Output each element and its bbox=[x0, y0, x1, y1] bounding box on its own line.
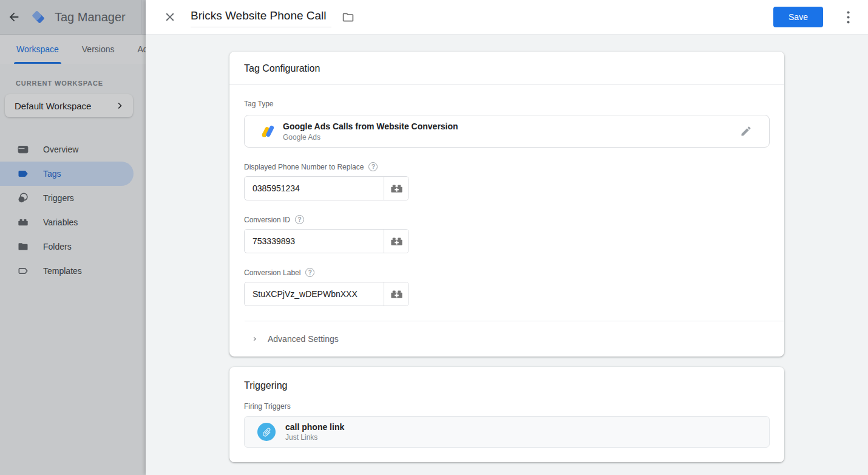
sidebar-item-label: Templates bbox=[43, 266, 82, 276]
save-button[interactable]: Save bbox=[773, 7, 823, 27]
link-trigger-icon bbox=[257, 423, 276, 441]
tag-type-vendor: Google Ads bbox=[283, 133, 740, 142]
tag-name-field-wrap bbox=[191, 7, 331, 27]
variable-picker-button[interactable] bbox=[384, 282, 409, 306]
field-label-row: Conversion ID ? bbox=[244, 215, 409, 224]
trigger-text: call phone link Just Links bbox=[285, 422, 344, 442]
field-conversion-id: Conversion ID ? bbox=[244, 215, 409, 253]
trigger-name: call phone link bbox=[285, 422, 344, 432]
template-icon bbox=[17, 265, 29, 277]
folder-icon bbox=[17, 241, 29, 253]
conversion-id-input[interactable] bbox=[245, 230, 384, 253]
triggering-card: Triggering Firing Triggers call phone li… bbox=[229, 367, 784, 462]
tag-type-text: Google Ads Calls from Website Conversion… bbox=[283, 121, 740, 142]
google-ads-logo-icon bbox=[260, 123, 276, 139]
back-button[interactable] bbox=[2, 5, 25, 29]
tag-configuration-heading: Tag Configuration bbox=[229, 52, 784, 85]
chevron-right-icon bbox=[115, 100, 126, 111]
displayed-phone-number-input[interactable] bbox=[245, 177, 384, 200]
firing-triggers-label: Firing Triggers bbox=[244, 402, 770, 411]
sidebar-item-label: Variables bbox=[43, 217, 78, 227]
sidebar-item-overview[interactable]: Overview bbox=[0, 137, 146, 162]
sidebar-item-variables[interactable]: Variables bbox=[0, 210, 146, 234]
tag-type-selector[interactable]: Google Ads Calls from Website Conversion… bbox=[244, 115, 770, 148]
field-label: Conversion Label bbox=[244, 268, 300, 277]
tag-configuration-body: Tag Type Google Ads Calls from Website C… bbox=[229, 85, 784, 306]
chevron-right-icon bbox=[251, 335, 259, 343]
tag-type-label: Tag Type bbox=[244, 100, 770, 108]
advanced-settings-label: Advanced Settings bbox=[268, 334, 339, 344]
editor-body: Tag Configuration Tag Type Google Ads Ca… bbox=[146, 35, 868, 462]
field-label-row: Displayed Phone Number to Replace ? bbox=[244, 162, 409, 171]
sidebar: CURRENT WORKSPACE Default Workspace Over… bbox=[0, 64, 146, 283]
variable-picker-button[interactable] bbox=[384, 230, 409, 253]
tag-configuration-card: Tag Configuration Tag Type Google Ads Ca… bbox=[229, 52, 784, 357]
close-icon bbox=[163, 10, 177, 24]
help-icon[interactable]: ? bbox=[368, 162, 378, 171]
tag-name-input[interactable] bbox=[191, 7, 331, 27]
sidebar-nav: Overview Tags Triggers Variables bbox=[0, 137, 146, 283]
folder-outline-icon bbox=[342, 11, 354, 24]
triggering-body: Firing Triggers call phone link Just Lin… bbox=[229, 394, 784, 462]
field-label-row: Conversion Label ? bbox=[244, 268, 409, 277]
sidebar-item-label: Triggers bbox=[43, 193, 74, 203]
tag-editor-panel: Save Tag Configuration Tag Type bbox=[146, 0, 868, 475]
advanced-settings-toggle[interactable]: Advanced Settings bbox=[229, 321, 784, 357]
close-button[interactable] bbox=[161, 9, 178, 26]
tag-manager-logo-icon bbox=[29, 8, 47, 26]
app-chrome: Tag Manager Workspace Versions Admin CUR… bbox=[0, 0, 146, 475]
sidebar-item-label: Tags bbox=[43, 169, 61, 179]
more-options-button[interactable] bbox=[840, 8, 856, 26]
input-row bbox=[244, 176, 409, 200]
tab-versions[interactable]: Versions bbox=[82, 35, 115, 64]
workspace-selector[interactable]: Default Workspace bbox=[5, 94, 133, 117]
triggers-icon bbox=[17, 192, 29, 204]
tab-workspace[interactable]: Workspace bbox=[16, 35, 59, 64]
trigger-type: Just Links bbox=[285, 433, 344, 442]
sidebar-item-folders[interactable]: Folders bbox=[0, 234, 146, 259]
edit-pencil-icon[interactable] bbox=[740, 125, 752, 137]
tab-admin[interactable]: Admin bbox=[137, 35, 146, 64]
help-icon[interactable]: ? bbox=[305, 268, 314, 277]
field-label: Conversion ID bbox=[244, 216, 290, 224]
sidebar-item-tags[interactable]: Tags bbox=[0, 162, 134, 186]
field-label: Displayed Phone Number to Replace bbox=[244, 163, 364, 171]
tag-type-name: Google Ads Calls from Website Conversion bbox=[283, 121, 740, 131]
sidebar-item-label: Overview bbox=[43, 145, 78, 154]
folder-assign-button[interactable] bbox=[339, 8, 357, 26]
current-workspace-label: CURRENT WORKSPACE bbox=[16, 80, 146, 87]
workspace-tabbar: Workspace Versions Admin bbox=[0, 35, 146, 64]
arrow-back-icon bbox=[7, 10, 21, 24]
brick-plus-icon bbox=[390, 182, 404, 196]
triggering-heading: Triggering bbox=[229, 367, 784, 394]
input-row bbox=[244, 282, 409, 306]
workspace-name: Default Workspace bbox=[15, 101, 91, 111]
sidebar-item-triggers[interactable]: Triggers bbox=[0, 186, 146, 210]
topbar-separator bbox=[141, 0, 141, 34]
field-displayed-phone-number: Displayed Phone Number to Replace ? bbox=[244, 162, 409, 200]
sidebar-item-label: Folders bbox=[43, 242, 72, 251]
top-app-bar: Tag Manager bbox=[0, 0, 146, 35]
overview-icon bbox=[17, 143, 29, 155]
kebab-menu-icon bbox=[847, 11, 850, 24]
tag-icon bbox=[17, 168, 29, 180]
trigger-row[interactable]: call phone link Just Links bbox=[244, 416, 770, 448]
field-conversion-label: Conversion Label ? bbox=[244, 268, 409, 306]
variables-icon bbox=[17, 216, 29, 228]
brick-plus-icon bbox=[390, 234, 404, 248]
variable-picker-button[interactable] bbox=[384, 177, 409, 200]
editor-header: Save bbox=[146, 0, 868, 35]
app-title: Tag Manager bbox=[55, 10, 126, 24]
brick-plus-icon bbox=[390, 287, 404, 301]
conversion-label-input[interactable] bbox=[245, 282, 384, 306]
input-row bbox=[244, 229, 409, 253]
sidebar-item-templates[interactable]: Templates bbox=[0, 259, 146, 283]
help-icon[interactable]: ? bbox=[295, 215, 304, 224]
